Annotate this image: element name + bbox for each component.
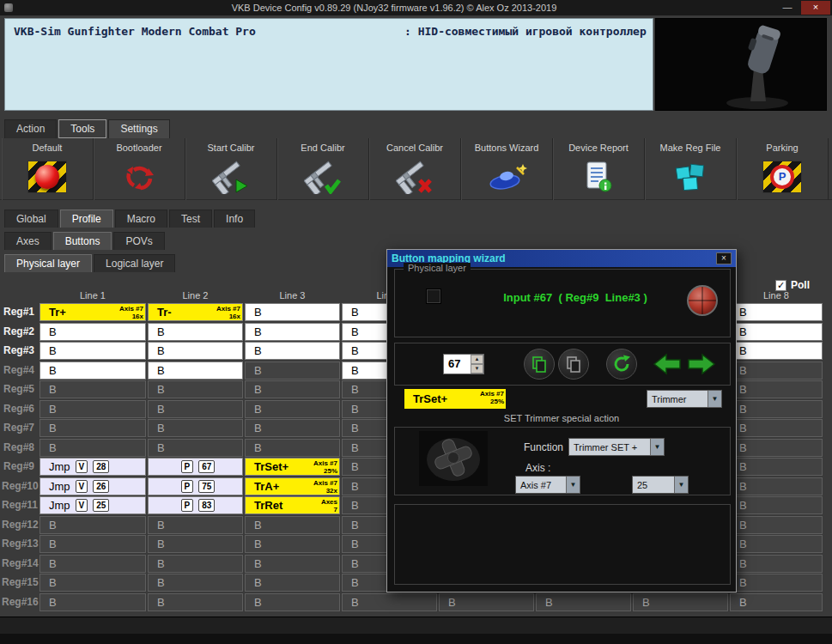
button-cell[interactable]: B bbox=[730, 303, 823, 321]
function-dropdown[interactable]: Trimmer SET + ▼ bbox=[568, 438, 665, 456]
button-cell[interactable]: Tr+Axis #716x bbox=[39, 303, 146, 321]
end-calibration-button[interactable]: End Calibr bbox=[277, 138, 369, 200]
value-dropdown[interactable]: 25 ▼ bbox=[632, 476, 689, 494]
previous-input-button[interactable] bbox=[653, 353, 682, 375]
button-cell[interactable]: B bbox=[730, 458, 823, 476]
button-cell[interactable]: B bbox=[245, 361, 340, 380]
button-cell[interactable]: B bbox=[730, 342, 823, 360]
device-report-button[interactable]: Device Report bbox=[553, 138, 645, 200]
button-cell[interactable]: TrRetAxes7 bbox=[245, 496, 340, 514]
button-cell[interactable]: B bbox=[730, 400, 823, 418]
button-cell[interactable]: B bbox=[148, 439, 243, 457]
button-cell[interactable]: B bbox=[39, 380, 146, 398]
tab-logical-layer[interactable]: Logical layer bbox=[94, 254, 175, 272]
button-cell[interactable]: B bbox=[730, 380, 823, 398]
button-cell[interactable]: B bbox=[39, 419, 146, 437]
button-cell[interactable]: B bbox=[148, 400, 243, 418]
button-cell[interactable]: B bbox=[39, 361, 146, 380]
menu-tab-action[interactable]: Action bbox=[4, 119, 57, 138]
button-cell[interactable]: B bbox=[245, 323, 340, 341]
button-cell[interactable]: B bbox=[245, 380, 340, 398]
button-cell[interactable]: B bbox=[730, 516, 823, 534]
button-cell[interactable]: B bbox=[342, 593, 437, 611]
button-cell[interactable]: B bbox=[730, 555, 823, 573]
button-cell[interactable]: B bbox=[633, 593, 728, 611]
button-cell[interactable]: B bbox=[245, 593, 340, 611]
button-cell[interactable]: B bbox=[730, 477, 823, 495]
make-reg-file-button[interactable]: Make Reg File bbox=[645, 138, 737, 200]
button-cell[interactable]: B bbox=[148, 574, 243, 592]
button-cell[interactable]: B bbox=[245, 303, 340, 321]
button-cell[interactable]: B bbox=[148, 535, 243, 553]
button-cell[interactable]: B bbox=[245, 419, 340, 437]
tab-info[interactable]: Info bbox=[214, 210, 255, 228]
buttons-wizard-button[interactable]: Buttons Wizard bbox=[461, 138, 553, 200]
parking-button[interactable]: Parking P bbox=[737, 138, 829, 200]
button-cell[interactable]: B bbox=[39, 555, 146, 573]
button-cell[interactable]: B bbox=[39, 574, 146, 592]
button-cell[interactable]: B bbox=[730, 535, 823, 553]
button-cell[interactable]: P83 bbox=[148, 496, 243, 514]
tab-global[interactable]: Global bbox=[4, 210, 58, 228]
tab-macro[interactable]: Macro bbox=[115, 210, 167, 228]
button-cell[interactable]: B bbox=[148, 593, 243, 611]
button-cell[interactable]: B bbox=[730, 361, 823, 380]
button-cell[interactable]: B bbox=[245, 574, 340, 592]
button-cell[interactable]: TrA+Axis #732x bbox=[245, 477, 340, 495]
next-input-button[interactable] bbox=[687, 353, 716, 375]
minimize-button[interactable]: — bbox=[775, 1, 799, 15]
button-cell[interactable]: JmpV26 bbox=[39, 477, 146, 495]
bootloader-button[interactable]: Bootloader bbox=[94, 138, 185, 200]
button-cell[interactable]: B bbox=[148, 419, 243, 437]
start-calibration-button[interactable]: Start Calibr bbox=[185, 138, 277, 200]
spinner-up-button[interactable]: ▲ bbox=[471, 355, 483, 364]
cancel-calibration-button[interactable]: Cancel Calibr bbox=[369, 138, 461, 200]
button-cell[interactable]: B bbox=[148, 361, 243, 380]
button-cell[interactable]: B bbox=[148, 380, 243, 398]
button-cell[interactable]: B bbox=[39, 516, 146, 534]
wizard-close-button[interactable]: × bbox=[716, 252, 732, 264]
button-cell[interactable]: B bbox=[245, 342, 340, 360]
button-cell[interactable]: B bbox=[730, 593, 823, 611]
button-cell[interactable]: B bbox=[730, 574, 823, 592]
button-cell[interactable]: B bbox=[39, 593, 146, 611]
refresh-button[interactable] bbox=[606, 349, 637, 380]
action-category-dropdown[interactable]: Trimmer ▼ bbox=[647, 390, 722, 408]
button-cell[interactable]: B bbox=[39, 342, 146, 360]
button-cell[interactable]: B bbox=[439, 593, 534, 611]
tab-axes[interactable]: Axes bbox=[4, 232, 52, 250]
button-cell[interactable]: B bbox=[39, 400, 146, 418]
button-cell[interactable]: B bbox=[730, 439, 823, 457]
spinner-down-button[interactable]: ▼ bbox=[471, 364, 483, 374]
default-button[interactable]: Default bbox=[2, 138, 94, 200]
button-cell[interactable]: B bbox=[730, 419, 823, 437]
paste-button[interactable] bbox=[558, 349, 589, 380]
button-cell[interactable]: B bbox=[730, 323, 823, 341]
input-number-spinner[interactable]: 67 ▲ ▼ bbox=[443, 354, 484, 374]
button-cell[interactable]: B bbox=[148, 323, 243, 341]
button-cell[interactable]: B bbox=[245, 555, 340, 573]
button-cell[interactable]: B bbox=[39, 439, 146, 457]
close-button[interactable]: × bbox=[801, 1, 830, 15]
button-cell[interactable]: P67 bbox=[148, 458, 243, 476]
button-cell[interactable]: B bbox=[730, 496, 823, 514]
button-cell[interactable]: B bbox=[245, 535, 340, 553]
button-cell[interactable]: JmpV28 bbox=[39, 458, 146, 476]
button-cell[interactable]: B bbox=[148, 555, 243, 573]
button-cell[interactable]: B bbox=[245, 439, 340, 457]
button-cell[interactable]: B bbox=[148, 342, 243, 360]
button-cell[interactable]: Tr-Axis #716x bbox=[148, 303, 243, 321]
tab-physical-layer[interactable]: Physical layer bbox=[4, 254, 92, 272]
button-cell[interactable]: P75 bbox=[148, 477, 243, 495]
copy-button[interactable] bbox=[524, 349, 555, 380]
button-cell[interactable]: B bbox=[39, 535, 146, 553]
tab-buttons[interactable]: Buttons bbox=[53, 232, 112, 250]
button-cell[interactable]: B bbox=[245, 516, 340, 534]
tab-test[interactable]: Test bbox=[169, 210, 212, 228]
button-cell[interactable]: B bbox=[245, 400, 340, 418]
button-cell[interactable]: B bbox=[148, 516, 243, 534]
tab-povs[interactable]: POVs bbox=[113, 232, 164, 250]
menu-tab-settings[interactable]: Settings bbox=[108, 119, 169, 138]
menu-tab-tools[interactable]: Tools bbox=[58, 119, 106, 138]
button-cell[interactable]: TrSet+Axis #725% bbox=[245, 458, 340, 476]
